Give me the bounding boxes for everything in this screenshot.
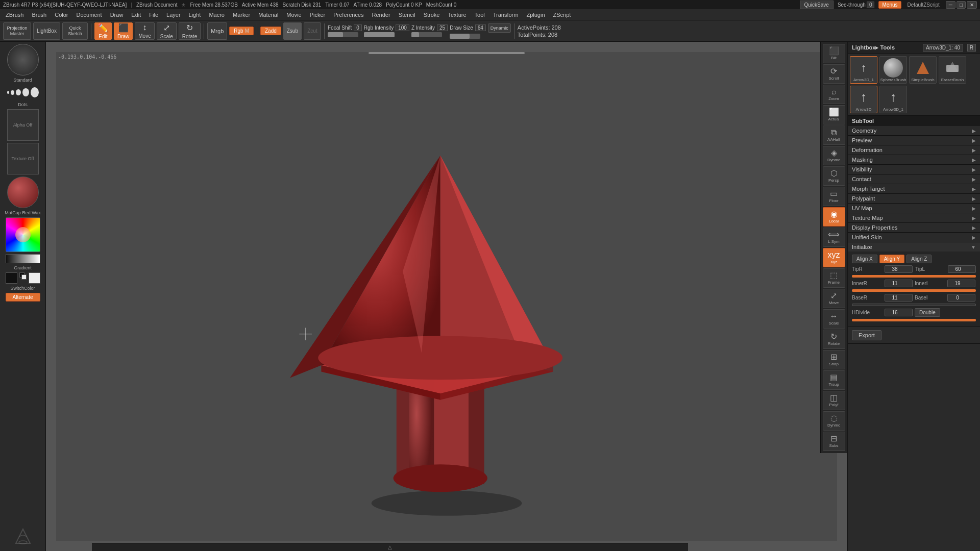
material-preview[interactable] — [7, 177, 39, 208]
lsym-icon[interactable]: ⟺ L Sym — [823, 228, 845, 247]
texture-preview-box[interactable]: Texture Off — [7, 143, 39, 174]
brush-thumb-eraser[interactable]: EraserBrush — [939, 56, 966, 84]
align-z-button[interactable]: Align Z — [906, 255, 932, 263]
polyf-icon[interactable]: ◫ Polyf — [823, 391, 845, 410]
unified-skin-row[interactable]: Unified Skin ▶ — [848, 233, 980, 242]
menu-stencil[interactable]: Stencil — [395, 11, 419, 19]
brush-thumb-arrow3d-up[interactable]: ↑ Arrow3D — [850, 86, 877, 113]
export-button[interactable]: Export — [852, 330, 881, 340]
draw-size-slider[interactable] — [450, 34, 480, 39]
local-icon[interactable]: ◉ Local — [823, 207, 845, 227]
brush-preview[interactable] — [7, 44, 39, 76]
rotate-button[interactable]: ↻ Rotate — [179, 22, 201, 40]
menu-material[interactable]: Material — [255, 11, 282, 19]
brush-thumb-arrow3d-1-active[interactable]: ↑ Arrow3D_1 — [850, 56, 877, 84]
dot-brush-preview[interactable] — [7, 85, 39, 100]
alternate-button[interactable]: Alternate — [6, 293, 40, 302]
menu-movie[interactable]: Movie — [283, 11, 305, 19]
baser-slider[interactable] — [852, 304, 976, 306]
tipl-input[interactable] — [948, 265, 976, 273]
quicksave-button[interactable]: QuickSave — [800, 1, 834, 9]
seethrough-value[interactable]: 0 — [867, 2, 875, 8]
edit-button[interactable]: ✏️ Edit — [94, 22, 112, 40]
visibility-row[interactable]: Visibility ▶ — [848, 165, 980, 174]
zcut-button[interactable]: Zcut — [304, 22, 321, 40]
align-x-button[interactable]: Align X — [852, 255, 877, 263]
rgb-intensity-slider[interactable] — [364, 32, 395, 37]
rotate-vert-icon[interactable]: ↻ Rotate — [823, 330, 845, 349]
move-button[interactable]: ↕ Move — [135, 22, 154, 40]
swatch-white[interactable] — [29, 272, 40, 284]
menu-layer[interactable]: Layer — [163, 11, 184, 19]
innerr-slider[interactable] — [852, 289, 976, 292]
zoom-icon[interactable]: ⌕ Zoom — [823, 85, 845, 104]
alpha-preview[interactable]: Alpha Off — [7, 109, 39, 141]
menu-tool[interactable]: Tool — [471, 11, 488, 19]
default-zscript[interactable]: DefaultZScript — [905, 2, 942, 8]
menu-transform[interactable]: Transform — [489, 11, 522, 19]
subs-icon[interactable]: ⊟ Subs — [823, 432, 845, 451]
hdivide-slider[interactable] — [852, 319, 976, 321]
menu-preferences[interactable]: Preferences — [330, 11, 367, 19]
polypaint-row[interactable]: Polypaint ▶ — [848, 194, 980, 203]
menu-stroke[interactable]: Stroke — [420, 11, 444, 19]
scale-vert-icon[interactable]: ↔ Scale — [823, 309, 845, 329]
canvas-area[interactable]: -0.193,0.104,-0.466 △ — [46, 42, 847, 551]
dynamic-icon[interactable]: ◈ Dynmc — [823, 146, 845, 165]
menu-render[interactable]: Render — [369, 11, 394, 19]
maximize-button[interactable]: □ — [957, 1, 966, 9]
gradient-bar[interactable] — [6, 254, 40, 263]
contact-row[interactable]: Contact ▶ — [848, 174, 980, 184]
close-button[interactable]: ✕ — [967, 1, 977, 9]
tipr-slider[interactable] — [852, 275, 976, 278]
menu-draw[interactable]: Draw — [107, 11, 127, 19]
zadd-button[interactable]: Zadd — [260, 27, 281, 35]
menu-color[interactable]: Color — [51, 11, 71, 19]
scroll-icon[interactable]: ⟳ Scroll — [823, 64, 845, 84]
focal-shift-slider[interactable] — [328, 32, 358, 37]
quick-sketch-button[interactable]: QuickSketch — [62, 22, 88, 40]
brush-thumb-spheres[interactable]: SpheresBrush — [879, 56, 907, 84]
innerr-input[interactable] — [885, 280, 913, 287]
lightbox-button[interactable]: LightBox — [33, 22, 60, 40]
menu-texture[interactable]: Texture — [444, 11, 470, 19]
projection-master-button[interactable]: ProjectionMaster — [3, 22, 31, 40]
draw-button[interactable]: ⬛ Draw — [114, 22, 133, 40]
deformation-row[interactable]: Deformation ▶ — [848, 145, 980, 155]
initialize-row[interactable]: Initialize ▼ — [848, 242, 980, 252]
z-intensity-slider[interactable] — [411, 32, 442, 37]
preview-row[interactable]: Preview ▶ — [848, 136, 980, 145]
baser-input[interactable] — [885, 294, 913, 302]
color-wheel[interactable] — [6, 217, 40, 252]
innerl-input[interactable] — [947, 280, 975, 287]
tipr-input[interactable] — [885, 265, 913, 273]
dynamc-vert-icon[interactable]: ◌ Dynmc — [823, 411, 845, 431]
display-properties-row[interactable]: Display Properties ▶ — [848, 223, 980, 232]
menus-button[interactable]: Menus — [878, 1, 901, 9]
uv-map-row[interactable]: UV Map ▶ — [848, 204, 980, 213]
trsup-icon[interactable]: ▤ Trsup — [823, 370, 845, 390]
menu-file[interactable]: File — [145, 11, 162, 19]
morph-target-row[interactable]: Morph Target ▶ — [848, 184, 980, 193]
align-y-button[interactable]: Align Y — [879, 255, 905, 263]
minimize-button[interactable]: ─ — [946, 1, 955, 9]
persp-icon[interactable]: ⬡ Persp — [823, 166, 845, 186]
menu-brush[interactable]: Brush — [28, 11, 50, 19]
masking-row[interactable]: Masking ▶ — [848, 155, 980, 164]
menu-zbrush[interactable]: ZBrush — [2, 11, 27, 19]
snap-icon[interactable]: ⊞ Snap — [823, 350, 845, 369]
basel-input[interactable] — [947, 294, 975, 302]
xyz-icon[interactable]: xyz Xyz — [823, 248, 845, 267]
move-vert-icon[interactable]: ⤢ Move — [823, 289, 845, 308]
frame-icon[interactable]: ⬚ Frame — [823, 268, 845, 288]
aahalf-icon[interactable]: ⧉ AAHalf — [823, 126, 845, 145]
texture-map-row[interactable]: Texture Map ▶ — [848, 213, 980, 222]
brush-thumb-arrow3d-1b[interactable]: ↑ Arrow3D_1 — [879, 86, 907, 113]
rgb-button[interactable]: Rgb M — [229, 27, 254, 35]
hdivide-input[interactable] — [885, 309, 913, 316]
zsub-button[interactable]: Zsub — [283, 22, 302, 40]
double-button[interactable]: Double — [915, 308, 940, 317]
scroll-indicator[interactable] — [369, 52, 525, 54]
menu-document[interactable]: Document — [73, 11, 106, 19]
menu-picker[interactable]: Picker — [306, 11, 329, 19]
